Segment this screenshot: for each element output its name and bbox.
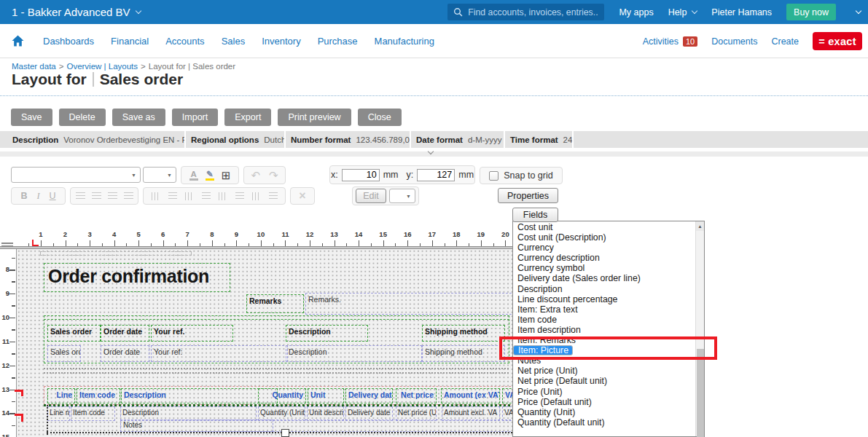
field-option[interactable]: Price (Default unit) xyxy=(513,397,696,407)
highlight-icon[interactable]: ✎ xyxy=(206,170,214,181)
item-header-cell[interactable]: Amount (ex VAT) xyxy=(441,388,500,403)
header-field-cell[interactable]: Your ref: xyxy=(151,345,288,362)
field-option[interactable]: Item code xyxy=(513,315,696,325)
notes-field-cell[interactable]: Notes xyxy=(120,420,273,432)
nav-item[interactable]: Inventory xyxy=(262,36,300,47)
header-field-cell[interactable]: Sales orde xyxy=(47,345,81,362)
borders-icon[interactable]: ⊞ xyxy=(222,170,231,181)
collapse-strip[interactable] xyxy=(0,151,868,157)
action-button[interactable]: Print preview xyxy=(278,109,351,126)
item-field-cell[interactable]: Delivery date (S xyxy=(345,406,393,421)
field-option[interactable]: Item: Extra text xyxy=(513,304,696,315)
item-header-cell[interactable]: Delivery date xyxy=(345,388,393,403)
item-header-cell[interactable]: Unit xyxy=(308,388,344,403)
company-selector[interactable]: 1 - Bakker Advanced BV xyxy=(12,6,141,18)
field-option[interactable]: Line discount percentage xyxy=(513,294,696,304)
font-size-select[interactable]: ▼ xyxy=(143,167,176,183)
topbar-chevron-icon[interactable] xyxy=(856,7,861,13)
snap-to-grid-checkbox[interactable] xyxy=(489,171,498,181)
item-field-cell[interactable]: Item code xyxy=(71,406,115,421)
item-header-cell[interactable]: Description xyxy=(121,388,278,403)
field-option[interactable]: Item description xyxy=(513,325,696,335)
delete-icon[interactable]: × xyxy=(299,189,305,202)
underline-button[interactable]: U xyxy=(50,191,56,201)
picture-band-line[interactable] xyxy=(47,432,532,433)
item-field-cell[interactable]: Description xyxy=(120,406,257,421)
item-header-cell[interactable]: Item code xyxy=(77,388,120,403)
header-field-cell[interactable]: Description xyxy=(286,345,422,362)
item-field-cell[interactable]: Amount excl. VA xyxy=(442,406,500,421)
field-option[interactable]: Currency description xyxy=(513,253,696,263)
nav-item[interactable]: Purchase xyxy=(318,36,358,47)
layout-canvas[interactable]: Order confirmation Remarks Remarks. Sale… xyxy=(16,249,532,437)
fields-button[interactable]: Fields xyxy=(512,208,558,222)
same-width-icon[interactable] xyxy=(252,192,261,200)
header-label-cell[interactable]: Order date xyxy=(101,325,149,342)
x-position-input[interactable] xyxy=(342,169,380,181)
field-option[interactable]: Currency symbol xyxy=(513,263,696,273)
fields-listbox[interactable]: Cost unitCost unit (Description)Currency… xyxy=(512,221,705,437)
field-option[interactable]: Cost unit (Description) xyxy=(513,232,696,243)
global-search-input[interactable]: Find accounts, invoices, entries... xyxy=(447,4,604,20)
remarks-label-element[interactable]: Remarks xyxy=(246,294,304,313)
listbox-scrollbar[interactable]: ▲ xyxy=(695,221,704,436)
undo-icon[interactable]: ↶ xyxy=(251,169,260,182)
align-left-edge-icon[interactable] xyxy=(152,192,160,200)
action-button[interactable]: Save as xyxy=(112,109,165,126)
item-header-cell[interactable]: Quantity xyxy=(258,388,306,403)
italic-button[interactable]: I xyxy=(36,191,39,202)
header-label-cell[interactable]: Description xyxy=(286,325,368,342)
my-apps-link[interactable]: My apps xyxy=(619,7,653,17)
edit-select[interactable]: ▼ xyxy=(389,189,415,203)
header-label-cell[interactable]: Your ref. xyxy=(151,325,233,342)
item-field-cell[interactable]: Quantity (Unit) xyxy=(258,406,305,421)
remarks-field-element[interactable]: Remarks. xyxy=(305,293,515,315)
activities-link[interactable]: Activities 10 xyxy=(643,36,698,47)
center-horizontal-icon[interactable] xyxy=(219,192,227,200)
action-button[interactable]: Save xyxy=(11,109,52,126)
help-menu[interactable]: Help xyxy=(668,7,697,17)
item-header-cell[interactable]: Line xyxy=(47,388,75,403)
doc-title-element[interactable]: Order confirmation xyxy=(44,263,230,292)
properties-button[interactable]: Properties xyxy=(498,188,558,203)
field-option[interactable]: Notes xyxy=(513,355,696,366)
font-color-icon[interactable]: A xyxy=(189,170,198,181)
field-option[interactable]: Net price (Unit) xyxy=(513,366,696,376)
align-bottom-edge-icon[interactable] xyxy=(235,192,244,200)
header-label-cell[interactable]: Shipping method xyxy=(422,325,505,342)
item-field-cell[interactable]: Line nu xyxy=(47,406,70,421)
header-field-cell[interactable]: Order date xyxy=(101,345,149,362)
documents-link[interactable]: Documents xyxy=(711,36,757,47)
item-header-cell[interactable]: Net price xyxy=(396,388,437,403)
same-height-icon[interactable] xyxy=(269,192,278,200)
home-icon[interactable] xyxy=(12,35,24,47)
nav-item[interactable]: Dashboards xyxy=(43,36,94,47)
field-option[interactable]: Description xyxy=(513,284,696,294)
y-position-input[interactable] xyxy=(417,169,455,181)
nav-item[interactable]: Financial xyxy=(111,36,149,47)
align-top-edge-icon[interactable] xyxy=(202,192,211,200)
buy-now-button[interactable]: Buy now xyxy=(786,4,836,20)
redo-icon[interactable]: ↷ xyxy=(269,169,278,182)
align-justify-icon[interactable] xyxy=(124,192,133,200)
create-link[interactable]: Create xyxy=(771,36,799,47)
align-right-edge-icon[interactable] xyxy=(185,192,194,200)
field-option[interactable]: Quantity (Unit) xyxy=(513,407,696,417)
field-option[interactable]: Net price (Default unit) xyxy=(513,376,696,386)
field-option[interactable]: Currency xyxy=(513,243,696,253)
action-button[interactable]: Delete xyxy=(59,109,106,126)
field-option[interactable]: Price (Unit) xyxy=(513,387,696,397)
field-option[interactable]: Quantity (Default unit) xyxy=(513,417,696,428)
header-label-cell[interactable]: Sales order xyxy=(47,325,101,342)
field-option[interactable]: Cost unit xyxy=(513,222,696,232)
action-button[interactable]: Import xyxy=(172,109,218,126)
edit-button[interactable]: Edit xyxy=(356,189,386,203)
nav-item[interactable]: Sales xyxy=(222,36,246,47)
font-family-select[interactable]: ▼ xyxy=(11,167,141,183)
center-vertical-icon[interactable] xyxy=(168,192,177,200)
user-menu[interactable]: Pieter Hamans xyxy=(711,7,772,17)
action-button[interactable]: Close xyxy=(358,109,402,126)
field-option[interactable]: Delivery date (Sales order line) xyxy=(513,273,696,283)
nav-item[interactable]: Accounts xyxy=(165,36,204,47)
nav-item[interactable]: Manufacturing xyxy=(375,36,434,47)
